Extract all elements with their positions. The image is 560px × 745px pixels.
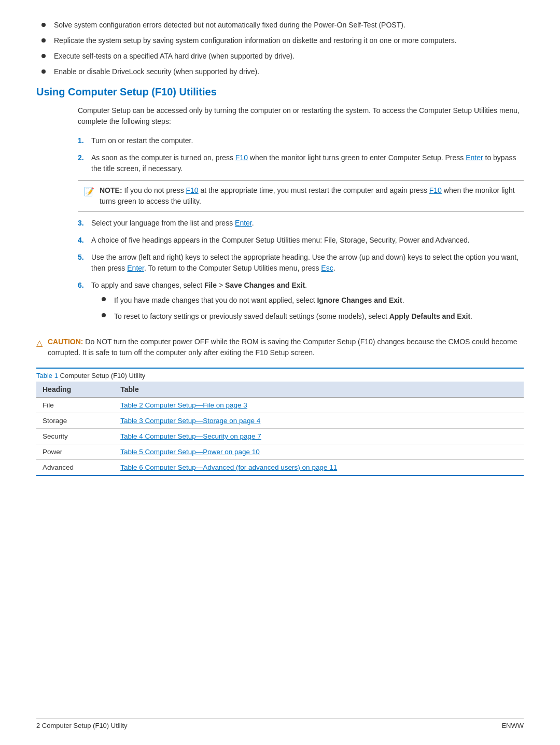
table-title-label: Table 1 — [36, 372, 58, 379]
bullet-text-1: Solve system configuration errors detect… — [54, 21, 405, 29]
step-num-5: 5. — [78, 252, 91, 263]
step-3: 3. Select your language from the list an… — [78, 218, 524, 229]
note-link2[interactable]: F10 — [429, 186, 442, 194]
table-cell-link-1[interactable]: Table 3 Computer Setup—Storage on page 4 — [114, 413, 524, 429]
sub-bullet-dot-1 — [102, 297, 106, 301]
step3-before: Select your language from the list and p… — [91, 219, 235, 227]
step-text-5: Use the arrow (left and right) keys to s… — [91, 252, 524, 274]
table-cell-heading-3: Power — [36, 444, 114, 460]
step-num-4: 4. — [78, 235, 91, 246]
step6-bold1: File — [204, 281, 217, 289]
step-num-6: 6. — [78, 280, 91, 291]
section-title: Using Computer Setup (F10) Utilities — [36, 86, 524, 98]
step2-link1[interactable]: F10 — [235, 153, 248, 162]
table-row: FileTable 2 Computer Setup—File on page … — [36, 398, 524, 413]
table-cell-heading-0: File — [36, 398, 114, 413]
table-link-0[interactable]: Table 2 Computer Setup—File on page 3 — [120, 401, 247, 409]
bullet-text-4: Enable or disable DriveLock security (wh… — [54, 67, 259, 76]
note-icon: 📝 — [84, 186, 94, 198]
note-label: NOTE: — [100, 186, 122, 194]
table-container: Table 1 Computer Setup (F10) Utility Hea… — [36, 368, 524, 476]
step5-link1[interactable]: Enter — [127, 264, 144, 272]
step5-link2[interactable]: Esc — [321, 264, 333, 272]
note-box: 📝 NOTE: If you do not press F10 at the a… — [78, 180, 524, 212]
top-bullet-list: Solve system configuration errors detect… — [36, 21, 524, 76]
setup-table: Heading Table FileTable 2 Computer Setup… — [36, 382, 524, 476]
step-4: 4. A choice of five headings appears in … — [78, 235, 524, 246]
bullet-dot — [41, 23, 46, 27]
table-header-row: Heading Table — [36, 382, 524, 398]
step-text-1: Turn on or restart the computer. — [91, 135, 193, 146]
table-cell-link-4[interactable]: Table 6 Computer Setup—Advanced (for adv… — [114, 460, 524, 476]
step2-mid: when the monitor light turns green to en… — [248, 153, 466, 162]
caution-label: CAUTION: — [48, 338, 83, 346]
table-title: Table 1 Computer Setup (F10) Utility — [36, 368, 524, 379]
numbered-steps: 1. Turn on or restart the computer. 2. A… — [78, 135, 524, 174]
table-cell-link-0[interactable]: Table 2 Computer Setup—File on page 3 — [114, 398, 524, 413]
sub-bullet-list: If you have made changes that you do not… — [102, 295, 472, 322]
caution-content: CAUTION: Do NOT turn the computer power … — [48, 336, 524, 358]
sub1-bold: Ignore Changes and Exit — [317, 296, 402, 304]
table-row: SecurityTable 4 Computer Setup—Security … — [36, 429, 524, 444]
sub-bullet-2: To reset to factory settings or previous… — [102, 311, 472, 322]
col-heading: Heading — [36, 382, 114, 398]
step-num-2: 2. — [78, 152, 91, 163]
step-text-4: A choice of five headings appears in the… — [91, 235, 470, 246]
sub-bullet-text-1: If you have made changes that you do not… — [114, 295, 404, 306]
bullet-dot — [41, 38, 46, 43]
table-row: PowerTable 5 Computer Setup—Power on pag… — [36, 444, 524, 460]
table-link-4[interactable]: Table 6 Computer Setup—Advanced (for adv… — [120, 463, 337, 471]
step6-bold2: Save Changes and Exit — [225, 281, 305, 289]
step3-link1[interactable]: Enter — [235, 219, 252, 227]
bullet-text-2: Replicate the system setup by saving sys… — [54, 36, 457, 45]
table-title-text: Computer Setup (F10) Utility — [58, 372, 145, 379]
table-cell-link-2[interactable]: Table 4 Computer Setup—Security on page … — [114, 429, 524, 444]
sub-bullet-dot-2 — [102, 313, 106, 317]
bullet-text-3: Execute self-tests on a specified ATA ha… — [54, 52, 295, 60]
bullet-dot — [41, 69, 46, 74]
table-link-1[interactable]: Table 3 Computer Setup—Storage on page 4 — [120, 417, 260, 425]
note-link1[interactable]: F10 — [186, 186, 199, 194]
sub2-after: . — [470, 312, 472, 320]
step-6: 6. To apply and save changes, select Fil… — [78, 280, 524, 327]
table-cell-heading-4: Advanced — [36, 460, 114, 476]
step-1: 1. Turn on or restart the computer. — [78, 135, 524, 146]
bullet-item-2: Replicate the system setup by saving sys… — [36, 36, 524, 45]
step6-after: . — [305, 281, 307, 289]
step-text-2: As soon as the computer is turned on, pr… — [91, 152, 524, 174]
step3-after: . — [252, 219, 254, 227]
step2-link2[interactable]: Enter — [466, 153, 483, 162]
step-num-3: 3. — [78, 218, 91, 229]
bullet-item-4: Enable or disable DriveLock security (wh… — [36, 67, 524, 76]
col-table: Table — [114, 382, 524, 398]
bullet-item-1: Solve system configuration errors detect… — [36, 21, 524, 29]
sub2-bold: Apply Defaults and Exit — [389, 312, 470, 320]
table-link-3[interactable]: Table 5 Computer Setup—Power on page 10 — [120, 448, 260, 456]
step6-mid: > — [217, 281, 225, 289]
step-5: 5. Use the arrow (left and right) keys t… — [78, 252, 524, 274]
step-text-6: To apply and save changes, select File >… — [91, 280, 472, 327]
step-2: 2. As soon as the computer is turned on,… — [78, 152, 524, 174]
step-num-1: 1. — [78, 135, 91, 146]
intro-text: Computer Setup can be accessed only by t… — [78, 105, 524, 127]
sub1-before: If you have made changes that you do not… — [114, 296, 317, 304]
bullet-dot — [41, 54, 46, 58]
table-row: AdvancedTable 6 Computer Setup—Advanced … — [36, 460, 524, 476]
caution-box: △ CAUTION: Do NOT turn the computer powe… — [36, 336, 524, 358]
table-cell-heading-1: Storage — [36, 413, 114, 429]
sub-bullet-1: If you have made changes that you do not… — [102, 295, 472, 306]
table-cell-heading-2: Security — [36, 429, 114, 444]
bullet-item-3: Execute self-tests on a specified ATA ha… — [36, 52, 524, 60]
note-before: If you do not press — [122, 186, 186, 194]
table-cell-link-3[interactable]: Table 5 Computer Setup—Power on page 10 — [114, 444, 524, 460]
note-content: NOTE: If you do not press F10 at the app… — [100, 185, 517, 207]
step2-before: As soon as the computer is turned on, pr… — [91, 153, 235, 162]
caution-text: Do NOT turn the computer power OFF while… — [48, 338, 517, 357]
table-link-2[interactable]: Table 4 Computer Setup—Security on page … — [120, 432, 261, 440]
note-mid: at the appropriate time, you must restar… — [199, 186, 429, 194]
caution-triangle-icon: △ — [36, 337, 43, 349]
page-footer: 2 Computer Setup (F10) Utility ENWW — [36, 718, 524, 729]
numbered-steps-cont: 3. Select your language from the list an… — [78, 218, 524, 327]
step5-after: . — [333, 264, 335, 272]
footer-right: ENWW — [501, 722, 524, 729]
